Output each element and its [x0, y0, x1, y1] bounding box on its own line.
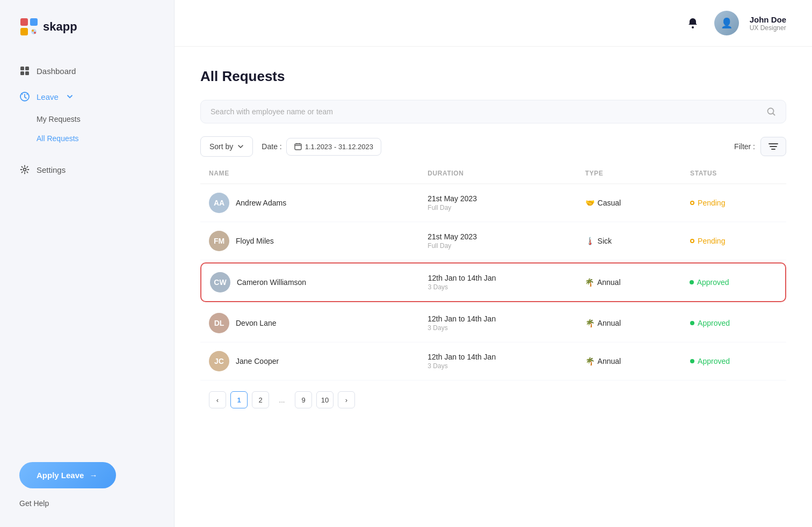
row-duration-cell-1: 21st May 2023 Full Day	[427, 232, 585, 250]
filter-button[interactable]	[760, 137, 786, 156]
page-9-button[interactable]: 9	[295, 391, 312, 408]
svg-point-5	[32, 30, 34, 32]
type-text-3: Annual	[598, 319, 621, 327]
type-text-4: Annual	[598, 357, 621, 365]
page-1-button[interactable]: 1	[230, 391, 248, 408]
sort-by-button[interactable]: Sort by	[200, 136, 253, 157]
row-avatar-2: CW	[210, 272, 230, 292]
col-duration: DURATION	[427, 170, 585, 177]
leave-label: Leave	[37, 92, 59, 101]
svg-point-14	[768, 108, 774, 114]
svg-rect-1	[30, 18, 38, 26]
status-text-2: Approved	[697, 278, 729, 287]
row-name-cell: CW Cameron Williamson	[210, 272, 428, 292]
logo-icon	[19, 17, 39, 36]
table-row[interactable]: AA Andrew Adams 21st May 2023 Full Day 🤝…	[200, 184, 786, 222]
bell-icon	[687, 17, 699, 29]
row-name-cell: JC Jane Cooper	[209, 351, 427, 371]
arrow-right-icon: →	[89, 471, 97, 480]
status-dot-2	[690, 280, 694, 284]
svg-rect-15	[295, 144, 301, 150]
get-help-link[interactable]: Get Help	[19, 497, 49, 510]
row-avatar-4: JC	[209, 351, 229, 371]
page-10-button[interactable]: 10	[316, 391, 334, 408]
notifications-button[interactable]	[682, 12, 704, 34]
page-prev-button[interactable]: ‹	[209, 391, 226, 408]
chevron-down-icon	[66, 93, 74, 100]
svg-rect-0	[20, 18, 28, 26]
page-title: All Requests	[200, 68, 786, 85]
main-content: 👤 John Doe UX Designer All Requests Sort…	[175, 0, 812, 527]
settings-label: Settings	[37, 165, 66, 174]
page-next-button[interactable]: ›	[338, 391, 355, 408]
row-type-cell-3: 🌴 Annual	[585, 319, 691, 327]
apply-leave-button[interactable]: Apply Leave →	[19, 462, 116, 488]
type-emoji-2: 🌴	[585, 278, 594, 287]
date-filter: Date : 1.1.2023 - 31.12.2023	[262, 138, 381, 156]
requests-table: NAME DURATION TYPE STATUS AA Andrew Adam…	[200, 170, 786, 408]
row-type-cell-4: 🌴 Annual	[585, 357, 691, 365]
type-emoji-1: 🌡️	[585, 237, 595, 245]
svg-rect-8	[25, 67, 29, 70]
logo-text: skapp	[43, 20, 77, 34]
row-name-text-2: Cameron Williamson	[237, 278, 306, 287]
type-emoji-3: 🌴	[585, 319, 595, 327]
row-duration-cell-2: 12th Jan to 14th Jan 3 Days	[428, 274, 585, 291]
type-text-1: Sick	[598, 237, 612, 245]
row-status-cell-4: Approved	[690, 357, 778, 365]
sidebar-bottom: Apply Leave → Get Help	[0, 449, 174, 527]
svg-rect-10	[25, 71, 29, 75]
row-avatar-3: DL	[209, 313, 229, 333]
table-row[interactable]: JC Jane Cooper 12th Jan to 14th Jan 3 Da…	[200, 342, 786, 380]
sort-chevron-icon	[237, 143, 244, 150]
row-duration-cell-4: 12th Jan to 14th Jan 3 Days	[427, 353, 585, 370]
main-nav: Dashboard Leave My Requests All Requests	[0, 54, 174, 449]
row-avatar-0: AA	[209, 193, 229, 213]
sidebar-item-settings[interactable]: Settings	[0, 157, 174, 182]
sidebar-item-all-requests[interactable]: All Requests	[37, 129, 174, 148]
date-range-button[interactable]: 1.1.2023 - 31.12.2023	[286, 138, 381, 156]
row-avatar-1: FM	[209, 231, 229, 251]
row-name-cell: AA Andrew Adams	[209, 193, 427, 213]
svg-point-4	[31, 29, 37, 34]
svg-rect-7	[20, 67, 24, 70]
row-type-cell-2: 🌴 Annual	[585, 278, 690, 287]
date-range-text: 1.1.2023 - 31.12.2023	[305, 143, 373, 151]
table-header: NAME DURATION TYPE STATUS	[200, 170, 786, 184]
calendar-icon	[294, 143, 302, 150]
row-status-cell-0: Pending	[690, 199, 778, 207]
status-dot-3	[690, 321, 694, 325]
search-input[interactable]	[211, 107, 760, 116]
table-row[interactable]: CW Cameron Williamson 12th Jan to 14th J…	[200, 262, 786, 302]
svg-rect-17	[299, 143, 300, 145]
row-name-text-3: Devon Lane	[236, 319, 277, 327]
dashboard-icon	[19, 65, 30, 76]
row-status-cell-1: Pending	[690, 237, 778, 245]
filters-left: Sort by Date : 1.1.2023 - 31	[200, 136, 381, 157]
row-name-text-1: Floyd Miles	[236, 237, 274, 245]
row-status-cell-2: Approved	[690, 278, 777, 287]
table-row[interactable]: FM Floyd Miles 21st May 2023 Full Day 🌡️…	[200, 222, 786, 260]
status-dot-1	[690, 239, 694, 243]
svg-point-13	[692, 26, 694, 28]
svg-rect-9	[20, 71, 24, 75]
user-info: John Doe UX Designer	[750, 15, 786, 32]
table-row[interactable]: DL Devon Lane 12th Jan to 14th Jan 3 Day…	[200, 304, 786, 342]
sidebar-item-my-requests[interactable]: My Requests	[37, 109, 174, 129]
table-body: AA Andrew Adams 21st May 2023 Full Day 🤝…	[200, 184, 786, 380]
user-role: UX Designer	[750, 24, 786, 32]
status-text-1: Pending	[698, 237, 725, 245]
page-2-button[interactable]: 2	[252, 391, 269, 408]
status-text-3: Approved	[698, 319, 730, 327]
sidebar-item-leave[interactable]: Leave	[0, 84, 174, 109]
type-emoji-0: 🤝	[585, 199, 595, 207]
leave-icon	[19, 91, 30, 102]
type-text-0: Casual	[598, 199, 621, 207]
status-dot-4	[690, 359, 694, 363]
col-status: STATUS	[690, 170, 778, 177]
sidebar-item-dashboard[interactable]: Dashboard	[0, 58, 174, 84]
date-label: Date :	[262, 142, 281, 151]
leave-subnav: My Requests All Requests	[0, 109, 174, 148]
svg-point-12	[24, 169, 26, 171]
filter-label: Filter :	[734, 142, 755, 151]
